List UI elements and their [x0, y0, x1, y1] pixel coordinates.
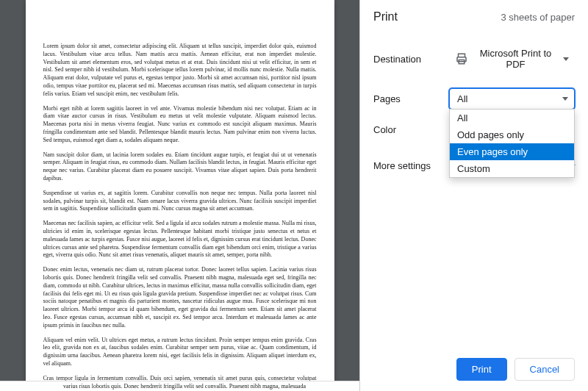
destination-select[interactable]: Microsoft Print to PDF — [449, 44, 575, 73]
cancel-button[interactable]: Cancel — [514, 358, 575, 381]
pages-option-custom[interactable]: Custom — [450, 160, 574, 177]
preview-page: Lorem ipsum dolor sit amet, consectetur … — [26, 0, 334, 391]
body-text: Donec enim lectus, venenatis nec diam ut… — [43, 266, 317, 329]
caret-down-icon — [562, 97, 568, 101]
pages-option-even[interactable]: Even pages only — [450, 143, 574, 160]
destination-label: Destination — [373, 54, 443, 65]
body-text: Lorem ipsum dolor sit amet, consectetur … — [43, 43, 317, 98]
sheet-count: 3 sheets of paper — [501, 12, 575, 23]
pages-option-odd[interactable]: Odd pages only — [450, 126, 574, 143]
caret-down-icon — [563, 57, 569, 61]
print-button[interactable]: Print — [456, 358, 507, 381]
body-text: Aliquam vel enim velit. Ut ultrices eget… — [43, 337, 317, 368]
print-settings-pane: Print 3 sheets of paper Destination Micr… — [360, 0, 588, 391]
body-text: Morbi eget nibh at lorem sagittis laoree… — [43, 105, 317, 145]
body-text: Nam suscipit dolor diam, ut lacinia lore… — [43, 151, 317, 183]
destination-value: Microsoft Print to PDF — [474, 48, 557, 70]
print-preview-pane: Lorem ipsum dolor sit amet, consectetur … — [0, 0, 360, 391]
more-settings-label: More settings — [373, 160, 431, 171]
pages-select[interactable]: All — [449, 88, 575, 110]
body-text: Suspendisse ut varius ex, at sagittis lo… — [43, 190, 317, 213]
pages-dropdown: All Odd pages only Even pages only Custo… — [449, 109, 575, 178]
dialog-title: Print — [373, 10, 398, 24]
pages-option-all[interactable]: All — [450, 110, 574, 126]
color-label: Color — [373, 124, 443, 135]
printer-icon — [455, 52, 468, 65]
body-text: Maecenas nec facilisis sapien, ac effici… — [43, 220, 317, 259]
pages-value: All — [457, 93, 467, 104]
pages-label: Pages — [373, 93, 443, 104]
underlying-page-text: varius risus lobortis quis. Donec hendre… — [0, 381, 359, 391]
